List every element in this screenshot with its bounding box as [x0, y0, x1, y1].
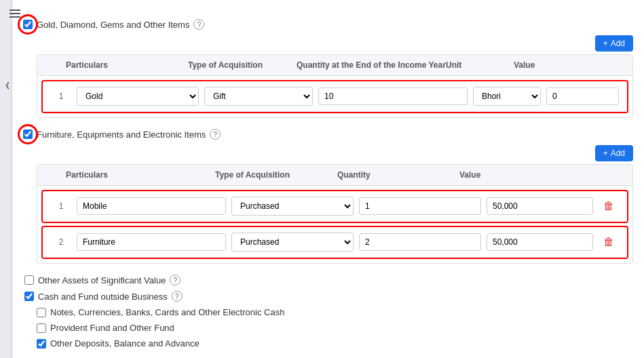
furniture-row1-acquisition[interactable]: Purchased Gift Inherited	[231, 197, 354, 216]
furniture-add-button[interactable]: + Add	[595, 145, 633, 161]
furniture-row2-num: 2	[51, 237, 71, 247]
provident-fund-checkbox[interactable]	[37, 323, 46, 333]
furniture-table: Particulars Type of Acquisition Quantity…	[37, 164, 633, 264]
other-assets-checkbox[interactable]	[24, 275, 34, 285]
provident-fund-row: Provident Fund and Other Fund	[23, 323, 633, 333]
gold-col-unit: Unit	[446, 60, 514, 70]
furniture-col-type: Type of Acquisition	[215, 170, 337, 180]
furniture-add-label: Add	[611, 148, 625, 158]
notes-currencies-row: Notes, Currencies, Banks, Cards and Othe…	[23, 307, 633, 317]
furniture-section-header: Furniture, Equipments and Electronic Ite…	[23, 129, 633, 140]
gold-add-label: Add	[611, 39, 625, 48]
furniture-row2-value[interactable]	[487, 233, 593, 251]
gold-table-header: Particulars Type of Acquisition Quantity…	[37, 55, 632, 76]
gold-col-particulars: Particulars	[66, 60, 188, 70]
gold-add-plus: +	[603, 39, 608, 48]
gold-add-button[interactable]: + Add	[595, 35, 633, 52]
other-assets-help-icon[interactable]: ?	[170, 275, 181, 285]
furniture-row1-particulars[interactable]	[77, 197, 226, 215]
gold-particulars-select[interactable]: Gold Diamond Gems	[77, 87, 199, 106]
furniture-row2-quantity[interactable]	[359, 233, 481, 251]
gold-table-row: 1 Gold Diamond Gems Gift Purchased Inher…	[43, 81, 627, 112]
gold-col-quantity: Quantity at the End of the Income Year	[297, 60, 446, 70]
furniture-row1-delete[interactable]: 🗑	[599, 199, 619, 214]
furniture-checkbox-wrapper	[23, 130, 33, 139]
gold-acquisition-select[interactable]: Gift Purchased Inherited	[204, 87, 313, 106]
other-assets-label: Other Assets of Significant Value	[38, 275, 166, 285]
cash-fund-row: Cash and Fund outside Business ?	[23, 291, 633, 302]
furniture-col-num	[45, 170, 66, 180]
furniture-help-icon[interactable]: ?	[210, 129, 221, 140]
gold-section-title: Gold, Diamond, Gems and Other Items	[37, 20, 189, 30]
gold-section: Gold, Diamond, Gems and Other Items ? + …	[23, 19, 633, 118]
furniture-col-quantity: Quantity	[337, 170, 459, 180]
gold-row-num: 1	[51, 92, 71, 101]
main-content: Gold, Diamond, Gems and Other Items ? + …	[12, 0, 644, 358]
furniture-section-title: Furniture, Equipments and Electronic Ite…	[37, 130, 206, 140]
furniture-row2-delete[interactable]: 🗑	[599, 235, 619, 250]
gold-col-value: Value	[514, 60, 624, 70]
cash-fund-help-icon[interactable]: ?	[172, 291, 183, 302]
furniture-table-row-1: 1 Purchased Gift Inherited 🗑	[43, 191, 627, 222]
gold-section-header: Gold, Diamond, Gems and Other Items ?	[23, 19, 633, 30]
gold-unit-select[interactable]: Bhori Gram Kg	[473, 87, 541, 106]
provident-fund-label: Provident Fund and Other Fund	[50, 323, 174, 333]
hamburger-menu[interactable]	[12, 9, 20, 18]
furniture-row1-num: 1	[51, 201, 71, 211]
sidebar: ❮	[0, 0, 12, 358]
cash-fund-label: Cash and Fund outside Business	[38, 292, 168, 302]
gold-col-type: Type of Acquisition	[188, 60, 297, 70]
gold-col-num	[45, 60, 66, 70]
gold-quantity-input[interactable]	[318, 87, 468, 105]
furniture-add-row: + Add	[37, 145, 633, 161]
notes-currencies-checkbox[interactable]	[37, 308, 46, 317]
other-deposits-label: Other Deposits, Balance and Advance	[50, 338, 200, 349]
furniture-section: Furniture, Equipments and Electronic Ite…	[23, 129, 633, 264]
furniture-table-row-2: 2 Purchased Gift Inherited 🗑	[43, 227, 627, 258]
sidebar-arrow[interactable]: ❮	[5, 81, 10, 89]
furniture-col-value: Value	[459, 170, 624, 180]
other-deposits-row: Other Deposits, Balance and Advance	[23, 338, 633, 349]
furniture-row1-quantity[interactable]	[359, 197, 481, 215]
furniture-row2-particulars[interactable]	[77, 233, 226, 251]
gold-add-row: + Add	[37, 35, 633, 52]
cash-fund-checkbox[interactable]	[24, 292, 34, 301]
gold-checkbox[interactable]	[23, 20, 33, 29]
furniture-row2-acquisition[interactable]: Purchased Gift Inherited	[231, 233, 354, 252]
gold-checkbox-wrapper	[23, 20, 33, 29]
furniture-add-plus: +	[603, 148, 608, 158]
furniture-row1-value[interactable]	[487, 197, 593, 215]
furniture-table-header: Particulars Type of Acquisition Quantity…	[37, 165, 632, 186]
furniture-col-particulars: Particulars	[66, 170, 215, 180]
furniture-checkbox[interactable]	[23, 130, 33, 139]
notes-currencies-label: Notes, Currencies, Banks, Cards and Othe…	[50, 307, 284, 317]
gold-table: Particulars Type of Acquisition Quantity…	[37, 54, 633, 118]
gold-help-icon[interactable]: ?	[193, 19, 204, 30]
other-deposits-checkbox[interactable]	[37, 339, 46, 349]
gold-value-input[interactable]	[546, 87, 619, 105]
other-assets-row: Other Assets of Significant Value ?	[23, 275, 633, 285]
